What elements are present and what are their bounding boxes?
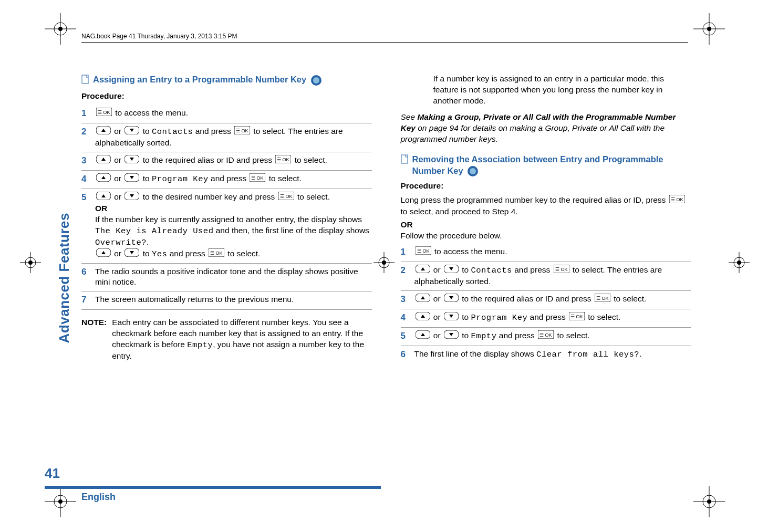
ok-key-icon: ☰ OK [538, 330, 554, 342]
registration-mark-left [20, 252, 41, 273]
crop-mark-bottom-left [45, 486, 76, 517]
ok-key-icon: ☰ OK [278, 192, 294, 203]
page-icon [401, 154, 408, 166]
ok-key-icon: ☰ OK [416, 246, 431, 258]
svg-rect-28 [82, 75, 88, 84]
procedure-label: Procedure: [81, 91, 372, 102]
right-column: If a number key is assigned to an entry … [401, 74, 691, 364]
ok-key-icon: ☰ OK [554, 265, 569, 276]
step-r4: 4 or to Program Key and press ☰ OK to se… [401, 309, 691, 328]
page-icon [81, 75, 89, 87]
up-key-icon [416, 330, 430, 342]
step-6: 6 The radio sounds a positive indicator … [81, 264, 372, 292]
svg-text:☰ OK: ☰ OK [251, 175, 264, 181]
step-5: 5 or to the desired number key and press… [81, 189, 372, 264]
svg-text:☰ OK: ☰ OK [417, 248, 430, 254]
svg-point-11 [58, 499, 63, 504]
svg-point-19 [28, 260, 33, 265]
svg-text:☰ OK: ☰ OK [98, 110, 110, 115]
up-key-icon [96, 192, 111, 203]
svg-text:☰ OK: ☰ OK [671, 197, 683, 202]
intro-paragraph: Long press the programmed number key to … [401, 195, 691, 217]
step-1: 1 ☰ OK to access the menu. [81, 105, 372, 123]
crop-mark-top-left [45, 13, 76, 45]
down-key-icon [124, 126, 139, 138]
content-columns: Assigning an Entry to a Programmable Num… [81, 74, 691, 364]
ok-key-icon: ☰ OK [669, 195, 685, 206]
svg-rect-51 [401, 155, 408, 163]
step-3: 3 or to the required alias or ID and pre… [81, 152, 372, 171]
ok-key-icon: ☰ OK [595, 294, 610, 305]
svg-text:☰ OK: ☰ OK [570, 314, 583, 319]
svg-text:☰ OK: ☰ OK [555, 267, 568, 272]
header-bookline: NAG.book Page 41 Thursday, January 3, 20… [81, 33, 237, 40]
feature-badge-icon [468, 166, 478, 176]
svg-point-7 [707, 27, 711, 31]
svg-point-15 [707, 499, 711, 504]
step-4: 4 or to Program Key and press ☰ OK to se… [81, 171, 372, 189]
page-number: 41 [45, 465, 60, 482]
crop-mark-top-right [693, 13, 725, 45]
down-key-icon [124, 155, 139, 166]
header-rule [81, 42, 688, 43]
step-r1: 1 ☰ OK to access the menu. [401, 244, 691, 262]
svg-text:☰ OK: ☰ OK [539, 332, 552, 338]
down-key-icon [124, 173, 139, 185]
step-r6: 6 The first line of the display shows Cl… [401, 346, 691, 364]
heading-text: Assigning an Entry to a Programmable Num… [93, 75, 306, 84]
feature-badge-icon [311, 75, 321, 86]
svg-text:☰ OK: ☰ OK [277, 157, 289, 162]
ok-key-icon: ☰ OK [234, 126, 250, 138]
registration-mark-right [729, 252, 750, 273]
svg-text:☰ OK: ☰ OK [210, 251, 223, 256]
up-key-icon [416, 312, 430, 324]
note-block: NOTE: Each entry can be associated to di… [81, 317, 372, 362]
svg-point-3 [58, 27, 63, 31]
up-key-icon [96, 155, 111, 166]
crop-mark-bottom-right [693, 486, 725, 517]
heading-remove-association: Removing the Association between Entry a… [401, 153, 691, 177]
ok-key-icon: ☰ OK [96, 108, 112, 119]
heading-text: Removing the Association between Entry a… [412, 154, 663, 175]
procedure-label: Procedure: [401, 181, 691, 192]
svg-text:☰ OK: ☰ OK [596, 296, 609, 301]
down-key-icon [444, 265, 459, 276]
ok-key-icon: ☰ OK [275, 155, 291, 166]
sidebar-section-title: Advanced Features [56, 82, 72, 213]
note-continuation: If a number key is assigned to an entry … [433, 74, 691, 107]
left-column: Assigning an Entry to a Programmable Num… [81, 74, 372, 364]
up-key-icon [416, 294, 430, 305]
step-r2: 2 or to Contacts and press ☰ OK to selec… [401, 262, 691, 291]
see-reference: See Making a Group, Private or All Call … [401, 112, 691, 145]
heading-assign-entry: Assigning an Entry to a Programmable Num… [81, 74, 372, 87]
up-key-icon [416, 265, 430, 276]
ok-key-icon: ☰ OK [209, 248, 224, 260]
svg-text:☰ OK: ☰ OK [280, 194, 293, 199]
down-key-icon [444, 294, 459, 305]
step-2: 2 or to Contacts and press ☰ OK to selec… [81, 123, 372, 152]
ok-key-icon: ☰ OK [569, 312, 585, 324]
down-key-icon [124, 192, 139, 203]
ok-key-icon: ☰ OK [250, 173, 265, 185]
footer-bar [45, 486, 381, 489]
footer-language: English [81, 492, 116, 503]
step-7: 7 The screen automatically returns to th… [81, 291, 372, 310]
step-r5: 5 or to Empty and press ☰ OK to select. [401, 328, 691, 346]
down-key-icon [124, 248, 139, 260]
svg-point-23 [737, 260, 741, 265]
up-key-icon [96, 248, 111, 260]
down-key-icon [444, 312, 459, 324]
step-r3: 3 or to the required alias or ID and pre… [401, 291, 691, 309]
up-key-icon [96, 173, 111, 185]
up-key-icon [96, 126, 111, 138]
svg-text:☰ OK: ☰ OK [236, 128, 248, 133]
down-key-icon [444, 330, 459, 342]
